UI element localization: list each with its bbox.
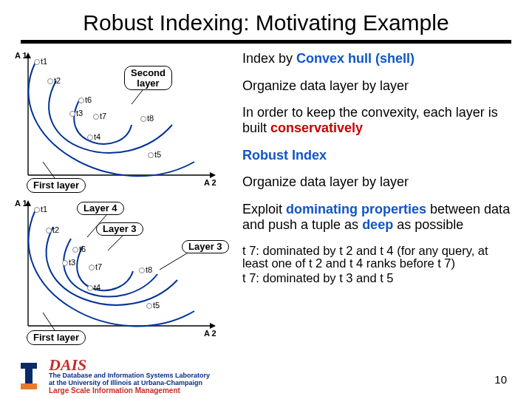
bullet-6: Exploit dominating properties between da… [242, 202, 517, 232]
illinois-i-icon [16, 361, 41, 391]
bullet-4: Robust Index [242, 148, 517, 163]
point-t4-b: t4 [87, 283, 100, 292]
callout-layer3: Layer 3 [96, 222, 143, 236]
point-t2: t2 [47, 76, 61, 85]
callout-second-layer: Second layer [124, 66, 172, 90]
bullet-3: In order to keep the convexity, each lay… [242, 105, 517, 135]
point-t6: t6 [78, 95, 92, 104]
callout-first-layer-top: First layer [27, 178, 86, 193]
callout-layer3b: Layer 3 [182, 240, 229, 253]
point-t5-b: t5 [146, 301, 160, 310]
svg-rect-9 [25, 369, 33, 383]
axis-a1-b: A 1 [15, 199, 27, 208]
point-t2-b: t2 [46, 225, 59, 234]
footer-lab2: at the University of Illinois at Urbana-… [49, 379, 202, 386]
title-rule [21, 40, 511, 44]
page-number: 10 [494, 373, 507, 386]
svg-marker-3 [210, 172, 216, 178]
dais-logo-text: DAIS [49, 358, 210, 372]
note-t7-1: t 7: dominated by t 2 and t 4 (for any q… [242, 245, 517, 271]
bullet-1: Index by Convex hull (shell) [242, 51, 517, 66]
point-t6-b: t6 [72, 245, 86, 253]
bullet-2: Organize data layer by layer [242, 78, 517, 94]
point-t3-b: t3 [62, 258, 75, 267]
diagram-bottom: A 1 A 2 t1 t2 t6 t3 t7 t8 t4 t5 Layer 4 … [13, 199, 236, 354]
svg-rect-8 [21, 363, 37, 369]
point-t5: t5 [148, 150, 161, 159]
point-t1: t1 [34, 57, 47, 66]
footer: DAIS The Database and Information System… [16, 358, 210, 395]
note-t7-2: t 7: dominated by t 3 and t 5 [242, 272, 517, 285]
point-t8-b: t8 [139, 265, 152, 274]
axis-a1: A 1 [15, 51, 27, 60]
svg-marker-7 [210, 323, 216, 329]
bullet-5: Organize data layer by layer [242, 174, 517, 190]
point-t1-b: t1 [34, 205, 47, 214]
svg-rect-10 [21, 383, 37, 389]
slide-title: Robust Indexing: Motivating Example [0, 0, 532, 40]
callout-layer4: Layer 4 [77, 202, 124, 215]
point-t4: t4 [87, 132, 100, 141]
axis-a2: A 2 [204, 178, 216, 187]
footer-lab3: Large Scale Information Management [49, 386, 210, 395]
axis-a2-b: A 2 [204, 329, 216, 338]
diagram-top: A 1 A 2 t1 t2 t6 t3 t7 t8 t4 t5 Second l… [13, 51, 236, 199]
point-t3: t3 [69, 109, 83, 117]
callout-first-layer-b: First layer [27, 330, 86, 345]
point-t7-b: t7 [89, 262, 102, 271]
point-t8: t8 [140, 114, 154, 123]
point-t7: t7 [93, 112, 106, 120]
